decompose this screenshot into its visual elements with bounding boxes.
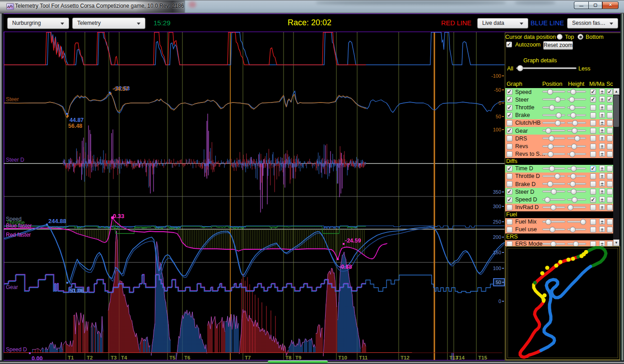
svg-text:T8: T8 — [285, 355, 292, 360]
svg-text:0.33: 0.33 — [113, 213, 124, 219]
svg-text:T12: T12 — [400, 355, 410, 360]
svg-text:Red faster: Red faster — [6, 232, 31, 238]
svg-text:T5: T5 — [169, 355, 176, 360]
svg-text:Steer: Steer — [6, 96, 19, 103]
svg-text:Gear: Gear — [6, 284, 18, 290]
svg-text:-24.59: -24.59 — [345, 238, 361, 244]
svg-text:0.00: 0.00 — [32, 355, 42, 360]
svg-text:Speed D: Speed D — [6, 346, 27, 353]
svg-text:-100: -100 — [491, 73, 501, 79]
svg-text:-34.57: -34.57 — [112, 86, 128, 92]
svg-text:T4: T4 — [121, 355, 127, 360]
svg-text:-50: -50 — [494, 87, 501, 93]
svg-text:T6: T6 — [184, 355, 190, 360]
svg-text:44.87: 44.87 — [70, 117, 84, 123]
svg-text:200: 200 — [493, 234, 501, 240]
svg-text:0: 0 — [498, 299, 501, 304]
svg-text:T3: T3 — [111, 355, 116, 360]
svg-text:Blue faster: Blue faster — [6, 223, 32, 229]
svg-text:51.06: 51.06 — [70, 288, 84, 294]
svg-text:T11: T11 — [359, 355, 368, 360]
svg-text:50: 50 — [496, 280, 501, 285]
svg-text:T7: T7 — [245, 355, 251, 360]
svg-text:100: 100 — [493, 266, 501, 271]
svg-text:0: 0 — [498, 100, 501, 106]
svg-text:Steer D: Steer D — [6, 157, 24, 163]
svg-text:250: 250 — [493, 219, 501, 224]
svg-text:T10: T10 — [338, 355, 347, 360]
svg-text:T1: T1 — [68, 355, 74, 360]
svg-text:150: 150 — [493, 250, 501, 255]
svg-text:T2: T2 — [87, 355, 93, 360]
svg-text:350: 350 — [493, 189, 501, 195]
svg-text:-0.88: -0.88 — [339, 264, 352, 270]
svg-text:T9: T9 — [295, 355, 301, 360]
svg-text:T14: T14 — [456, 355, 465, 360]
svg-text:50: 50 — [496, 114, 501, 119]
svg-text:100: 100 — [493, 127, 501, 132]
svg-text:300: 300 — [493, 204, 501, 209]
svg-text:T15: T15 — [478, 355, 487, 360]
svg-text:244.88: 244.88 — [48, 218, 66, 224]
svg-text:56.48: 56.48 — [68, 123, 82, 129]
